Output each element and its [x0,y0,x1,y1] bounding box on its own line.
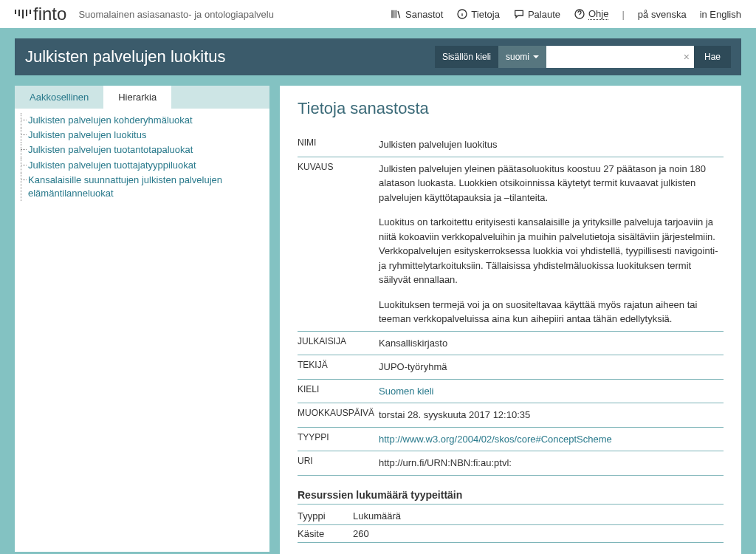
logo[interactable]: finto [33,4,66,24]
resource-count-table: Tyyppi Lukumäärä Käsite 260 [298,509,724,543]
label-tekija: TEKIJÄ [298,360,379,380]
label-julkaisija: JULKAISIJA [298,336,379,356]
value-muokkaus: torstai 28. syyskuuta 2017 12:10:35 [379,408,724,423]
table-cell: 260 [353,528,419,539]
col-count: Lukumäärä [353,510,419,521]
value-tekija: JUPO-työryhmä [379,360,724,375]
separator: | [622,9,624,20]
nav-feedback[interactable]: Palaute [513,8,560,20]
value-tyyppi: http://www.w3.org/2004/02/skos/core#Conc… [379,432,724,447]
label-kuvaus: KUVAUS [298,162,379,332]
value-kuvaus: Julkisten palvelujen yleinen päätasoluok… [379,162,724,326]
search-area: Sisällön kieli suomi × Hae [435,46,731,68]
value-julkaisija: Kansalliskirjasto [379,336,724,351]
speech-bubble-icon [513,8,525,20]
nav-info[interactable]: Tietoja [456,8,500,20]
lang-english-link[interactable]: in English [700,9,741,20]
label-uri: URI [298,456,379,476]
tagline: Suomalainen asiasanasto- ja ontologiapal… [78,9,391,20]
logo-decoration [15,10,31,18]
value-nimi: Julkisten palvelujen luokitus [379,137,724,152]
books-icon [391,8,402,20]
sidebar: Aakkosellinen Hierarkia Julkisten palvel… [15,86,269,552]
value-kieli: Suomen kieli [379,384,724,399]
lang-swedish-link[interactable]: på svenska [638,9,687,20]
col-type: Tyyppi [298,510,353,521]
label-kieli: KIELI [298,384,379,404]
top-header: finto Suomalainen asiasanasto- ja ontolo… [0,0,756,28]
search-input[interactable] [546,46,694,68]
tree-node[interactable]: Kansalaisille suunnattujen julkisten pal… [18,173,267,201]
tree-node[interactable]: Julkisten palvelujen luokitus [18,128,267,143]
value-uri: http://urn.fi/URN:NBN:fi:au:ptvl: [379,456,724,471]
content-lang-select[interactable]: suomi [498,46,546,68]
caret-down-icon [533,55,539,58]
search-button[interactable]: Hae [694,46,731,68]
hierarchy-tree: Julkisten palvelujen kohderyhmäluokat Ju… [15,109,269,552]
nav-vocabularies[interactable]: Sanastot [391,8,443,20]
label-muokkaus: MUOKKAUSPÄIVÄ [298,408,379,428]
tree-node[interactable]: Julkisten palvelujen tuottajatyyppiluoka… [18,158,267,173]
label-nimi: NIMI [298,137,379,157]
content-lang-label: Sisällön kieli [435,46,498,68]
label-tyyppi: TYYPPI [298,432,379,452]
top-nav: Sanastot Tietoja Palaute Ohje | på svens… [391,8,741,20]
content-heading: Tietoja sanastosta [298,99,724,118]
resource-count-heading: Resurssien lukumäärä tyypeittäin [298,489,724,505]
info-icon [456,8,468,20]
tab-alphabetical[interactable]: Aakkosellinen [15,86,103,109]
table-cell: Käsite [298,528,353,539]
content-panel: Tietoja sanastosta NIMI Julkisten palvel… [280,86,741,554]
tree-node[interactable]: Julkisten palvelujen tuotantotapaluokat [18,143,267,157]
title-bar: Julkisten palvelujen luokitus Sisällön k… [15,38,741,75]
sidebar-tabs: Aakkosellinen Hierarkia [15,86,269,109]
tree-node[interactable]: Julkisten palvelujen kohderyhmäluokat [18,113,267,128]
nav-help[interactable]: Ohje [574,8,608,20]
question-icon [574,8,585,20]
clear-search-icon[interactable]: × [684,51,690,63]
tab-hierarchy[interactable]: Hierarkia [103,86,171,109]
vocabulary-title: Julkisten palvelujen luokitus [25,47,435,66]
